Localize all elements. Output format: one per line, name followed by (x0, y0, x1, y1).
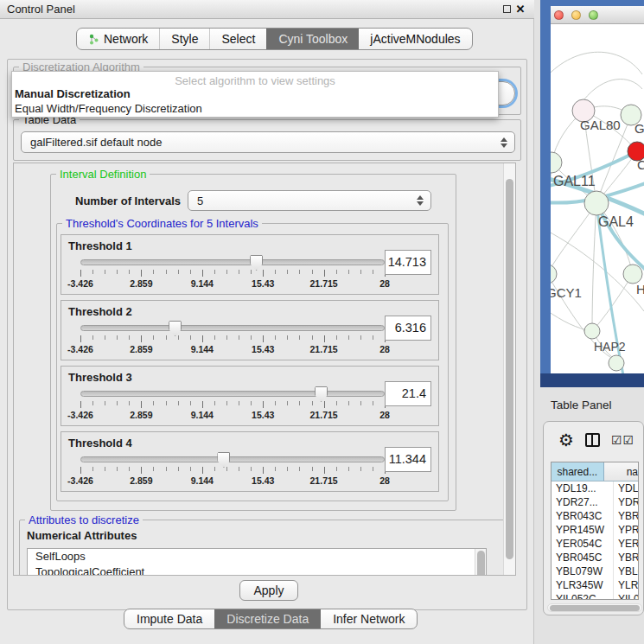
cyni-bottom-tabbar: Impute Data Discretize Data Infer Networ… (124, 609, 418, 629)
tab-select[interactable]: Select (209, 29, 266, 49)
combo-stepper-icon (417, 195, 424, 206)
tab-select-label: Select (221, 32, 255, 46)
threshold-2-value-field[interactable]: 6.316 (385, 316, 431, 341)
settings-scroll-panel: Interval Definition Number of Intervals … (13, 163, 516, 576)
table-row[interactable]: YIL052CYIL0 (552, 592, 638, 600)
menu-item-manual-discretization[interactable]: Manual Discretization (15, 87, 131, 100)
numerical-attributes-label: Numerical Attributes (27, 529, 137, 542)
table-row[interactable]: YLR345WYLR3 (552, 578, 638, 592)
number-of-intervals-combobox[interactable]: 5 (188, 190, 431, 211)
node-hap2[interactable] (584, 323, 600, 339)
tab-jactivemnodules[interactable]: jActiveMNodules (359, 29, 471, 49)
network-icon (88, 34, 99, 45)
list-item[interactable]: SelfLoops (28, 549, 486, 564)
threshold-2-title: Threshold 2 (68, 305, 132, 318)
column-header-name[interactable]: na (604, 462, 638, 481)
node-gcy1[interactable] (551, 265, 557, 284)
split-columns-icon[interactable] (585, 433, 600, 447)
table-row[interactable]: YDL19...YDL1 (552, 481, 638, 495)
network-view-frame-bottom (540, 373, 644, 387)
network-window-titlebar[interactable] (551, 6, 644, 24)
numerical-attributes-list[interactable]: SelfLoops TopologicalCoefficient Between… (27, 548, 487, 576)
threshold-4-panel: Threshold 4 -3.426 2.859 9.144 15.43 (61, 431, 439, 492)
threshold-2-slider-thumb[interactable] (169, 321, 182, 336)
number-of-intervals-label: Number of Intervals (75, 194, 181, 207)
threshold-3-value-field[interactable]: 21.4 (385, 381, 431, 406)
control-panel-titlebar: Control Panel ✕ (0, 0, 534, 19)
table-row[interactable]: YDR27...YDR2 (552, 495, 638, 509)
close-icon: ✕ (516, 3, 526, 16)
threshold-4-title: Threshold 4 (68, 437, 132, 450)
select-columns-icon[interactable]: ☑☑ (611, 433, 634, 447)
table-row[interactable]: YBL079WYBL0 (552, 564, 638, 578)
mac-minimize-icon[interactable] (571, 10, 581, 20)
slider-track (80, 325, 385, 331)
slider-track (80, 259, 385, 265)
tab-jactivemnodules-label: jActiveMNodules (370, 32, 460, 46)
threshold-4-slider[interactable] (80, 456, 385, 463)
node-label: GAL80 (580, 118, 621, 132)
threshold-3-slider-thumb[interactable] (315, 386, 328, 402)
node-gal4[interactable] (584, 191, 609, 215)
threshold-3-slider[interactable] (80, 391, 385, 398)
tab-style[interactable]: Style (159, 29, 209, 49)
table-row[interactable]: YBR043CYBR0 (552, 509, 638, 523)
tab-network[interactable]: Network (77, 29, 159, 49)
list-item[interactable]: TopologicalCoefficient (28, 564, 486, 576)
slider-track (80, 391, 385, 397)
algorithm-popup-hint: Select algorithm to view settings (12, 74, 498, 87)
table-data-value: galFiltered.sif default node (30, 136, 162, 149)
table-row[interactable]: YBR045CYBR0 (552, 551, 638, 564)
close-panel-button[interactable]: ✕ (513, 3, 527, 16)
threshold-2-slider[interactable] (80, 325, 385, 332)
mac-close-icon[interactable] (554, 10, 564, 20)
settings-panel-scrollbar[interactable] (503, 163, 515, 575)
table-row[interactable]: YPR145WYPR1 (552, 523, 638, 537)
float-panel-button[interactable] (500, 3, 513, 16)
window-title: Control Panel (7, 3, 500, 16)
menu-item-equal-width-discretization[interactable]: Equal Width/Frequency Discretization (15, 102, 202, 115)
thresholds-group: Threshold's Coordinates for 5 Intervals … (56, 223, 449, 501)
tab-style-label: Style (171, 32, 198, 46)
thresholds-group-label: Threshold's Coordinates for 5 Intervals (62, 217, 262, 230)
node-bottom[interactable] (609, 355, 624, 371)
tab-cyni-toolbox-label: Cyni Toolbox (278, 32, 348, 46)
tab-cyni-toolbox[interactable]: Cyni Toolbox (266, 29, 359, 49)
table-data-group: Table Data galFiltered.sif default node (13, 119, 521, 161)
table-data-combobox[interactable]: galFiltered.sif default node (21, 131, 515, 153)
node-gal11[interactable] (551, 152, 562, 173)
threshold-1-value-field[interactable]: 14.713 (385, 250, 431, 275)
gear-icon[interactable]: ⚙ (558, 431, 574, 449)
tab-impute-data[interactable]: Impute Data (124, 609, 214, 628)
table-row[interactable]: YER054CYER0 (552, 537, 638, 551)
node-label: H (636, 282, 644, 296)
node-h[interactable] (623, 265, 642, 284)
attributes-group: Attributes to discretize Numerical Attri… (19, 520, 505, 576)
network-graph: GAL80 GA C GAL11 GAL4 GCY1 H HAP2 (551, 24, 644, 373)
combo-stepper-icon (501, 137, 507, 148)
slider-tick-labels: -3.426 2.859 9.144 15.43 21.715 28 (80, 278, 385, 289)
float-icon (503, 5, 511, 13)
node-label: C (637, 157, 644, 172)
table-panel-toolbar: ⚙ ☑☑ (544, 422, 643, 458)
threshold-4-slider-thumb[interactable] (217, 452, 230, 468)
control-panel-window: Control Panel ✕ Network Style Select Cyn… (0, 0, 534, 644)
apply-button[interactable]: Apply (239, 580, 298, 601)
slider-tick-labels: -3.426 2.859 9.144 15.43 21.715 28 (80, 410, 385, 420)
mac-zoom-icon[interactable] (589, 10, 598, 20)
threshold-1-slider-thumb[interactable] (250, 255, 263, 271)
network-canvas[interactable]: GAL80 GA C GAL11 GAL4 GCY1 H HAP2 (551, 24, 644, 373)
algorithm-dropdown-popup: Select algorithm to view settings Manual… (11, 71, 499, 118)
threshold-4-value-field[interactable]: 11.344 (385, 447, 431, 472)
table-panel-title: Table Panel (551, 399, 612, 411)
table-horizontal-scrollbar[interactable] (547, 603, 642, 612)
node-attribute-table[interactable]: shared... na YDL19...YDL1 YDR27...YDR2 Y… (551, 462, 639, 600)
attributes-list-scrollbar[interactable] (475, 549, 486, 576)
tab-discretize-data[interactable]: Discretize Data (214, 609, 321, 628)
interval-definition-group: Interval Definition Number of Intervals … (50, 174, 456, 511)
column-header-shared-name[interactable]: shared... (552, 462, 604, 481)
tab-impute-data-label: Impute Data (137, 612, 202, 626)
tab-infer-network[interactable]: Infer Network (321, 609, 417, 628)
threshold-1-slider[interactable] (80, 259, 385, 266)
threshold-3-title: Threshold 3 (68, 371, 132, 384)
